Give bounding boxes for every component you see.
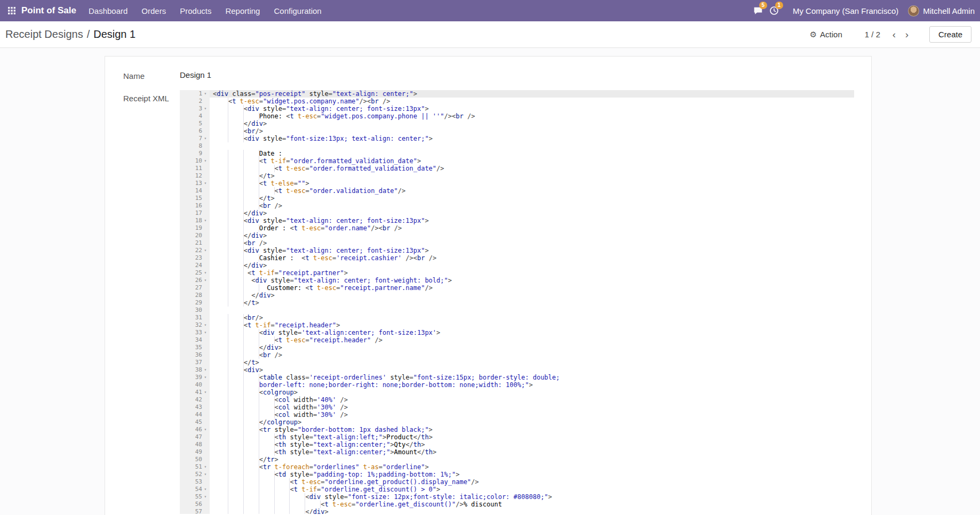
fold-toggle-icon[interactable]: ▾	[202, 471, 209, 478]
code-line: </tr>	[213, 456, 854, 463]
fold-toggle-icon[interactable]: ▾	[202, 247, 209, 254]
gutter-cell: 3▾	[180, 105, 210, 112]
fold-toggle-icon[interactable]: ▾	[202, 329, 209, 336]
code-line: <div class="pos-receipt" style="text-ali…	[210, 90, 854, 98]
fold-toggle-icon[interactable]: ▾	[202, 463, 209, 471]
activities-button[interactable]: 1	[766, 0, 782, 21]
line-number: 44	[195, 411, 202, 419]
gutter-cell: 48	[180, 441, 210, 448]
line-number: 56	[195, 501, 202, 508]
gear-icon: ⚙	[810, 30, 817, 39]
company-switcher[interactable]: My Company (San Francisco)	[793, 6, 898, 15]
fold-toggle-icon[interactable]: ▾	[202, 105, 209, 112]
fold-toggle-icon[interactable]: ▾	[202, 157, 209, 165]
code-line: </div>	[213, 262, 854, 269]
menu-reporting[interactable]: Reporting	[218, 0, 267, 21]
gutter-cell: 41▾	[180, 389, 210, 396]
messages-button[interactable]: 5	[750, 0, 766, 21]
menu-products[interactable]: Products	[173, 0, 218, 21]
menu-orders[interactable]: Orders	[134, 0, 173, 21]
code-line: <t t-if="order.formatted_validation_date…	[213, 157, 854, 165]
code-line: <t t-if="receipt.header">	[213, 321, 854, 329]
line-number: 15	[195, 195, 202, 202]
pager-next-button[interactable]: ›	[901, 27, 913, 42]
gutter-cell: 24	[180, 262, 210, 269]
action-menu-button[interactable]: ⚙ Action	[810, 30, 842, 39]
gutter-cell: 25▾	[180, 269, 210, 277]
apps-grid-icon	[8, 7, 15, 14]
gutter-cell: 10▾	[180, 157, 210, 165]
chevron-left-icon: ‹	[893, 29, 896, 40]
fold-toggle-icon[interactable]: ▾	[202, 180, 209, 187]
line-number: 17	[195, 210, 202, 217]
gutter-cell: 1▾	[180, 90, 210, 98]
create-button[interactable]: Create	[929, 26, 971, 43]
gutter-cell: 14	[180, 187, 210, 195]
app-brand[interactable]: Point of Sale	[21, 5, 76, 16]
line-number: 1	[198, 90, 202, 98]
gutter-cell: 27	[180, 284, 210, 292]
fold-toggle-icon[interactable]: ▾	[202, 426, 209, 433]
field-value-name: Design 1	[180, 70, 211, 81]
gutter-cell: 15	[180, 195, 210, 202]
line-number: 13	[195, 180, 202, 187]
fold-toggle-icon[interactable]: ▾	[202, 90, 209, 98]
fold-toggle-icon[interactable]: ▾	[202, 486, 209, 493]
code-line: <th style="text-align:center;">Qty</th>	[213, 441, 854, 448]
line-number: 12	[195, 172, 202, 180]
code-line: </div>	[213, 344, 854, 351]
gutter-cell: 53	[180, 478, 210, 486]
gutter-cell: 47	[180, 433, 210, 441]
code-line: <t t-if="receipt.partner">	[213, 269, 854, 277]
fold-toggle-icon[interactable]: ▾	[202, 321, 209, 329]
gutter-cell: 40	[180, 381, 210, 389]
editor-code[interactable]: <div class="pos-receipt" style="text-ali…	[210, 90, 854, 514]
fold-toggle-icon[interactable]: ▾	[202, 366, 209, 374]
systray: 5 1 My Company (San Francisco) Mitchell …	[750, 0, 975, 21]
fold-toggle-icon[interactable]: ▾	[202, 389, 209, 396]
code-line: <col width='30%' />	[213, 404, 854, 411]
gutter-cell: 33▾	[180, 329, 210, 336]
code-line: <div style="font-size: 12px;font-style: …	[213, 493, 854, 501]
fold-toggle-icon[interactable]: ▾	[202, 269, 209, 277]
xml-code-editor[interactable]: 1▾23▾4567▾8910▾111213▾1415161718▾1920212…	[180, 90, 854, 514]
code-line: </div>	[213, 210, 854, 217]
gutter-cell: 8	[180, 142, 210, 150]
code-line: <t t-esc="order.formatted_validation_dat…	[213, 165, 854, 172]
code-line: <t t-if="orderline.get_discount() > 0">	[213, 486, 854, 493]
line-number: 16	[195, 202, 202, 210]
line-number: 36	[195, 351, 202, 359]
fold-toggle-icon[interactable]: ▾	[202, 277, 209, 284]
code-line: </div>	[213, 292, 854, 299]
gutter-cell: 7▾	[180, 135, 210, 142]
line-number: 57	[195, 508, 202, 514]
menu-configuration[interactable]: Configuration	[267, 0, 328, 21]
line-number: 18	[195, 217, 202, 224]
gutter-cell: 52▾	[180, 471, 210, 478]
line-number: 19	[195, 224, 202, 232]
field-label-receipt-xml: Receipt XML	[123, 90, 180, 514]
code-line: <t t-esc="receipt.header" />	[213, 336, 854, 344]
control-panel-right: ⚙ Action 1 / 2 ‹ › Create	[810, 26, 971, 43]
fold-toggle-icon[interactable]: ▾	[202, 135, 209, 142]
menu-dashboard[interactable]: Dashboard	[82, 0, 134, 21]
user-name: Mitchell Admin	[923, 6, 975, 15]
gutter-cell: 44	[180, 411, 210, 419]
fold-toggle-icon[interactable]: ▾	[202, 374, 209, 381]
pager-previous-button[interactable]: ‹	[888, 27, 901, 42]
fold-toggle-icon[interactable]: ▾	[202, 493, 209, 501]
code-line: </colgroup>	[213, 419, 854, 426]
control-panel: Receipt Designs / Design 1 ⚙ Action 1 / …	[0, 21, 980, 48]
user-menu[interactable]: Mitchell Admin	[908, 5, 975, 17]
code-line: border-left: none;border-right: none;bor…	[213, 381, 854, 389]
fold-toggle-icon[interactable]: ▾	[202, 217, 209, 224]
line-number: 11	[195, 165, 202, 172]
line-number: 54	[195, 486, 202, 493]
breadcrumb-parent-link[interactable]: Receipt Designs	[5, 28, 83, 41]
code-line: Cashier : <t t-esc='receipt.cashier' /><…	[213, 254, 854, 262]
gutter-cell: 46▾	[180, 426, 210, 433]
code-line: </div>	[213, 232, 854, 239]
code-line: </div>	[213, 120, 854, 127]
code-line: </t>	[213, 195, 854, 202]
apps-menu-button[interactable]	[4, 0, 19, 21]
